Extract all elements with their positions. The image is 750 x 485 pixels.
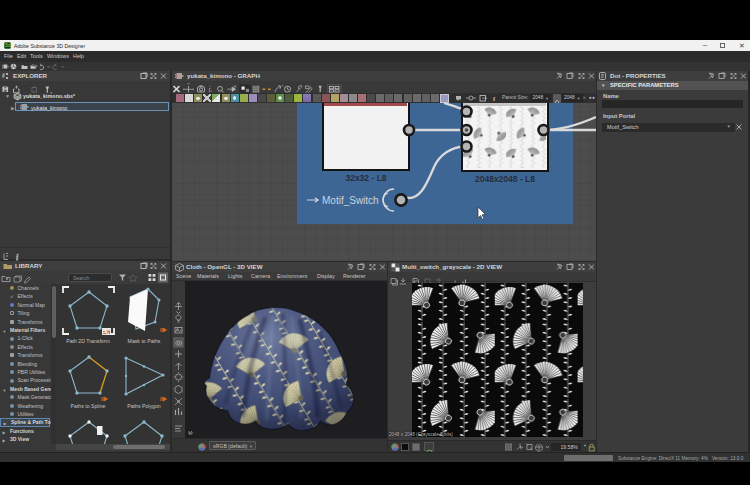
svg-text:Paths to Spline: Paths to Spline bbox=[71, 403, 106, 409]
svg-text:Path 2D Transform: Path 2D Transform bbox=[66, 338, 110, 344]
svg-text:Paths Polygon: Paths Polygon bbox=[127, 403, 161, 409]
svg-text:f: f bbox=[493, 95, 496, 103]
svg-text:Motif_Switch: Motif_Switch bbox=[322, 195, 379, 206]
svg-text:Mask to Paths: Mask to Paths bbox=[128, 338, 161, 344]
